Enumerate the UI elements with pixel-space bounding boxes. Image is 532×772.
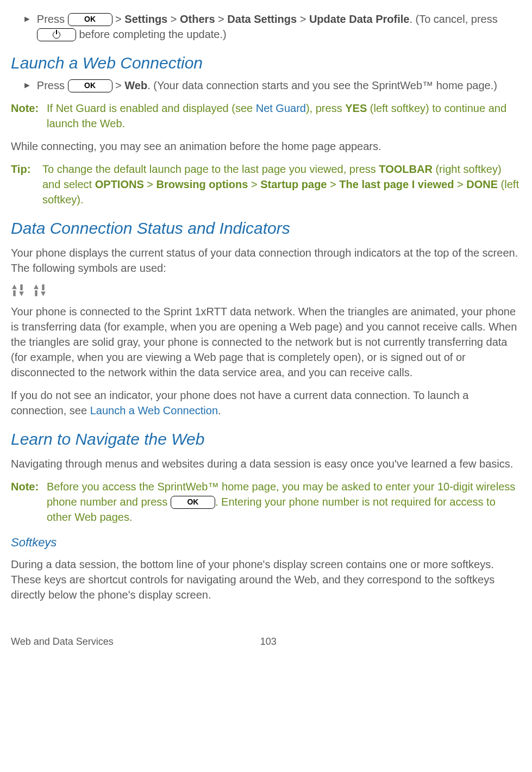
note-body: Before you access the SprintWeb™ home pa… bbox=[47, 479, 521, 525]
toolbar-softkey: TOOLBAR bbox=[379, 163, 433, 175]
step-marker-icon: ► bbox=[23, 78, 32, 93]
sep: > bbox=[115, 13, 124, 25]
paragraph-learn-intro: Navigating through menus and websites du… bbox=[11, 456, 521, 471]
text: If you do not see an indicator, your pho… bbox=[11, 389, 468, 416]
paragraph-no-indicator: If you do not see an indicator, your pho… bbox=[11, 388, 521, 418]
text-press: Press bbox=[37, 79, 65, 91]
done-softkey: DONE bbox=[466, 178, 498, 190]
note-text: ), press bbox=[306, 102, 345, 114]
paragraph-connecting: While connecting, you may see an animati… bbox=[11, 139, 521, 154]
power-icon bbox=[53, 31, 60, 39]
footer-page-number: 103 bbox=[260, 635, 277, 649]
sep: > bbox=[454, 178, 466, 190]
sep: > bbox=[115, 79, 124, 91]
power-button-icon bbox=[37, 28, 76, 41]
note-label: Note: bbox=[11, 101, 47, 116]
note-net-guard: Note: If Net Guard is enabled and displa… bbox=[11, 101, 521, 131]
note-body: If Net Guard is enabled and displayed (s… bbox=[47, 101, 521, 131]
paragraph-status-intro: Your phone displays the current status o… bbox=[11, 245, 521, 276]
data-transfer-active-icon bbox=[11, 283, 25, 297]
last-page-viewed: The last page I viewed bbox=[339, 178, 454, 190]
step-update-data-profile: ► Press OK > Settings > Others > Data Se… bbox=[11, 11, 521, 42]
footer-section: Web and Data Services bbox=[11, 635, 114, 649]
paragraph-softkeys: During a data session, the bottom line o… bbox=[11, 557, 521, 602]
svg-marker-0 bbox=[12, 284, 17, 289]
yes-softkey: YES bbox=[345, 102, 367, 114]
browsing-options: Browsing options bbox=[157, 178, 248, 190]
svg-marker-4 bbox=[34, 284, 39, 289]
page-footer: Web and Data Services 103 bbox=[11, 635, 521, 649]
startup-page: Startup page bbox=[260, 178, 327, 190]
paragraph-1xrtt: Your phone is connected to the Sprint 1x… bbox=[11, 304, 521, 380]
svg-rect-6 bbox=[35, 290, 37, 296]
note-label: Note: bbox=[11, 479, 47, 494]
text-trail: . (To cancel, press bbox=[409, 13, 497, 25]
link-launch-web-connection[interactable]: Launch a Web Connection bbox=[90, 404, 218, 416]
step-content: Press OK > Web. (Your data connection st… bbox=[37, 78, 521, 93]
note-text: If Net Guard is enabled and displayed (s… bbox=[47, 102, 256, 114]
svg-rect-2 bbox=[13, 290, 15, 296]
svg-marker-5 bbox=[41, 291, 46, 296]
note-sprintweb-phone-number: Note: Before you access the SprintWeb™ h… bbox=[11, 479, 521, 525]
step-marker-icon: ► bbox=[23, 11, 32, 27]
step-launch-web: ► Press OK > Web. (Your data connection … bbox=[11, 78, 521, 93]
step-content: Press OK > Settings > Others > Data Sett… bbox=[37, 11, 521, 42]
options: OPTIONS bbox=[95, 178, 144, 190]
data-transfer-idle-icon bbox=[33, 283, 47, 297]
sep: > bbox=[144, 178, 157, 190]
tip-body: To change the default launch page to the… bbox=[42, 161, 521, 207]
sep: > bbox=[167, 13, 180, 25]
tip-default-launch-page: Tip: To change the default launch page t… bbox=[11, 161, 521, 207]
text-trail2: before completing the update.) bbox=[76, 28, 227, 40]
sep: > bbox=[248, 178, 260, 190]
ok-button-icon: OK bbox=[68, 79, 112, 92]
ok-button-icon: OK bbox=[68, 13, 112, 26]
heading-data-connection-status: Data Connection Status and Indicators bbox=[11, 217, 521, 240]
svg-rect-7 bbox=[42, 284, 44, 290]
heading-launch-web-connection: Launch a Web Connection bbox=[11, 52, 521, 74]
path-web: Web bbox=[124, 79, 147, 91]
text: . bbox=[218, 404, 221, 416]
link-net-guard[interactable]: Net Guard bbox=[256, 102, 306, 114]
heading-softkeys: Softkeys bbox=[11, 534, 521, 551]
ok-button-icon: OK bbox=[171, 496, 215, 509]
svg-rect-3 bbox=[20, 284, 22, 290]
sep: > bbox=[327, 178, 339, 190]
sep: > bbox=[297, 13, 309, 25]
sep: > bbox=[215, 13, 228, 25]
tip-label: Tip: bbox=[11, 161, 42, 177]
text-trail: . (Your data connection starts and you s… bbox=[147, 79, 497, 91]
svg-marker-1 bbox=[19, 291, 24, 296]
path-update-data-profile: Update Data Profile bbox=[309, 13, 409, 25]
tip-text: To change the default launch page to the… bbox=[42, 163, 379, 175]
path-others: Others bbox=[180, 13, 215, 25]
data-indicator-icons bbox=[11, 283, 521, 297]
heading-learn-navigate-web: Learn to Navigate the Web bbox=[11, 428, 521, 451]
path-data-settings: Data Settings bbox=[227, 13, 297, 25]
text-press: Press bbox=[37, 13, 65, 25]
path-settings: Settings bbox=[124, 13, 167, 25]
